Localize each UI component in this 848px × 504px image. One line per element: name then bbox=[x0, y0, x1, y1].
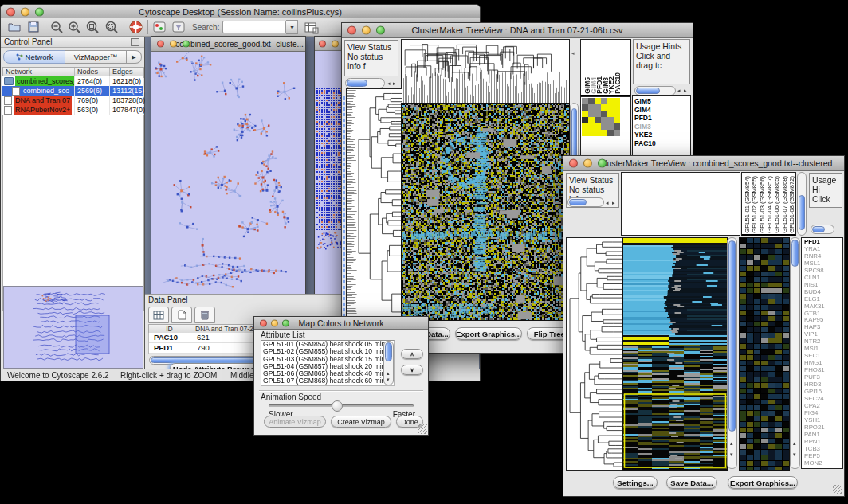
close-icon[interactable] bbox=[569, 159, 578, 168]
attribute-browser-icon[interactable] bbox=[304, 21, 319, 34]
treeview2-button-export-graphics-[interactable]: Export Graphics... bbox=[728, 476, 798, 489]
treeview2-labels-vscrollbar[interactable] bbox=[797, 172, 807, 236]
gene-item[interactable]: GIM5 bbox=[634, 97, 690, 106]
dialog-button-create-vizmap[interactable]: Create Vizmap bbox=[331, 416, 391, 428]
close-icon[interactable] bbox=[157, 41, 164, 48]
gene-item[interactable]: YKE2 bbox=[634, 131, 690, 139]
treeview2-genes-vscrollbar[interactable]: ▴ ▾ bbox=[790, 237, 800, 469]
zoom-in-icon[interactable] bbox=[67, 21, 81, 34]
network-table-row[interactable]: combined_sco2569(6)13112(15) bbox=[2, 86, 143, 96]
new-attribute-icon[interactable] bbox=[171, 307, 192, 323]
search-dropdown-button[interactable]: ▾ bbox=[286, 20, 298, 34]
treeview1-row-dendrogram[interactable] bbox=[346, 88, 402, 321]
resize-grip[interactable] bbox=[418, 424, 427, 434]
scroll-up-icon[interactable]: ▴ bbox=[387, 370, 390, 377]
network-table-row[interactable]: combined_scores_2764(0)16218(0) bbox=[2, 76, 143, 86]
zoom-out-icon[interactable] bbox=[49, 21, 64, 34]
dialog-titlebar[interactable]: Map Colors to Network bbox=[254, 317, 428, 330]
close-icon[interactable] bbox=[347, 26, 356, 35]
tab-vizmapper[interactable]: VizMapper™ bbox=[65, 50, 127, 64]
scroll-right-icon[interactable]: ▸ bbox=[393, 80, 396, 87]
scroll-left-icon[interactable]: ◂ bbox=[387, 80, 391, 87]
close-icon[interactable] bbox=[260, 319, 267, 326]
scroll-right-icon[interactable]: ▸ bbox=[612, 200, 615, 206]
treeview2-heatmap[interactable] bbox=[622, 237, 728, 471]
scroll-left-icon[interactable]: ◂ bbox=[606, 200, 609, 206]
zoom-icon[interactable] bbox=[598, 159, 607, 168]
network-view-canvas[interactable] bbox=[151, 51, 304, 295]
gene-item[interactable]: PAC10 bbox=[634, 139, 690, 148]
treeview2-titlebar[interactable]: ClusterMaker TreeView : combined_scores_… bbox=[563, 156, 844, 171]
tab-network[interactable]: Network bbox=[3, 50, 65, 64]
attribute-list-vscrollbar[interactable]: ▴ ▾ bbox=[383, 341, 394, 385]
splitter-arrow-icon[interactable]: ◂ bbox=[571, 50, 575, 57]
zoom-selected-icon[interactable] bbox=[104, 21, 120, 34]
move-up-button[interactable]: ∧ bbox=[401, 349, 423, 359]
close-icon[interactable] bbox=[319, 40, 326, 47]
window-controls[interactable] bbox=[6, 7, 44, 16]
treeview1-status-hscrollbar[interactable] bbox=[345, 78, 385, 88]
minimize-icon[interactable] bbox=[332, 40, 339, 47]
minimize-icon[interactable] bbox=[583, 159, 592, 168]
filter-icon[interactable] bbox=[171, 21, 186, 33]
network-table-row[interactable]: RNAPuberNov2+563(0)107847(0) bbox=[2, 105, 143, 115]
tab-overflow-button[interactable]: ▶ bbox=[127, 50, 142, 64]
treeview1-titlebar[interactable]: ClusterMaker TreeView : DNA and Tran 07-… bbox=[342, 23, 693, 38]
minimize-icon[interactable] bbox=[170, 41, 177, 48]
treeview1-button-export-graphics-[interactable]: Export Graphics... bbox=[455, 327, 522, 340]
network-overview-thumbnail[interactable] bbox=[3, 286, 143, 369]
treeview2-row-dendrogram[interactable] bbox=[566, 237, 623, 471]
treeview2-vscrollbar[interactable]: ▴ ▾ bbox=[727, 237, 737, 469]
vizmap-icon[interactable] bbox=[152, 21, 167, 33]
network-table-row[interactable]: DNA and Tran 07769(0)183728(0) bbox=[2, 96, 143, 105]
gene-item[interactable]: GIM3 bbox=[634, 123, 690, 131]
scroll-left-icon[interactable]: ◂ bbox=[677, 88, 681, 94]
gene-item[interactable]: MON2 bbox=[804, 460, 842, 467]
help-lifebuoy-icon[interactable] bbox=[128, 20, 143, 34]
gene-item[interactable]: PFD1 bbox=[634, 114, 690, 123]
move-down-button[interactable]: ∨ bbox=[401, 365, 423, 375]
close-icon[interactable] bbox=[6, 7, 15, 16]
treeview1-column-dendrogram[interactable] bbox=[401, 39, 570, 104]
minimize-icon[interactable] bbox=[271, 319, 278, 326]
gene-item[interactable]: GIM4 bbox=[634, 106, 690, 115]
treeview2-button-settings-[interactable]: Settings... bbox=[613, 476, 658, 489]
window-controls[interactable] bbox=[347, 26, 385, 35]
attribute-table-icon[interactable] bbox=[148, 307, 169, 323]
zoom-icon[interactable] bbox=[183, 41, 190, 48]
treeview1-heatmap[interactable] bbox=[401, 103, 570, 321]
scroll-right-icon[interactable]: ▸ bbox=[684, 88, 687, 94]
scroll-down-icon[interactable]: ▾ bbox=[793, 451, 796, 458]
scroll-up-icon[interactable]: ▴ bbox=[793, 440, 796, 447]
treeview2-usage-hscrollbar[interactable] bbox=[811, 225, 834, 234]
zoom-icon[interactable] bbox=[35, 7, 44, 16]
window-controls[interactable] bbox=[157, 41, 190, 48]
treeview2-zoom-heatmap[interactable] bbox=[739, 237, 790, 471]
scroll-down-icon[interactable]: ▾ bbox=[387, 377, 390, 383]
float-panel-icon[interactable] bbox=[131, 38, 139, 46]
resize-grip[interactable] bbox=[833, 485, 842, 494]
control-panel-tabs: Network VizMapper™ ▶ bbox=[3, 50, 142, 64]
search-input[interactable] bbox=[222, 21, 286, 33]
treeview1-correlation-submatrix[interactable] bbox=[582, 98, 620, 136]
speed-slider-thumb[interactable] bbox=[332, 400, 343, 412]
scroll-down-icon[interactable]: ▾ bbox=[730, 451, 733, 458]
zoom-icon[interactable] bbox=[376, 26, 385, 35]
control-panel: Control Panel Network VizMapper™ ▶ Netwo… bbox=[1, 37, 144, 369]
zoom-icon[interactable] bbox=[282, 319, 289, 326]
treeview2-button-save-data-[interactable]: Save Data... bbox=[666, 476, 717, 489]
attribute-list-item[interactable]: GPL51-07 (GSM868) heat shock 60 min bbox=[261, 377, 394, 385]
delete-attribute-trash-icon[interactable] bbox=[194, 307, 215, 323]
window-controls[interactable] bbox=[569, 159, 607, 168]
zoom-fit-icon[interactable] bbox=[84, 21, 100, 34]
minimize-icon[interactable] bbox=[21, 7, 29, 16]
window-controls[interactable] bbox=[260, 319, 289, 326]
open-file-icon[interactable] bbox=[7, 21, 22, 33]
file-icon bbox=[12, 87, 20, 96]
scroll-up-icon[interactable]: ▴ bbox=[730, 440, 733, 447]
network-window-titlebar[interactable]: combined_scores_good.txt--cluste... bbox=[151, 37, 305, 52]
save-icon[interactable] bbox=[26, 21, 41, 33]
treeview2-status-hscrollbar[interactable] bbox=[567, 197, 604, 207]
minimize-icon[interactable] bbox=[362, 26, 371, 35]
main-titlebar[interactable]: Cytoscape Desktop (Session Name: collins… bbox=[1, 5, 480, 19]
